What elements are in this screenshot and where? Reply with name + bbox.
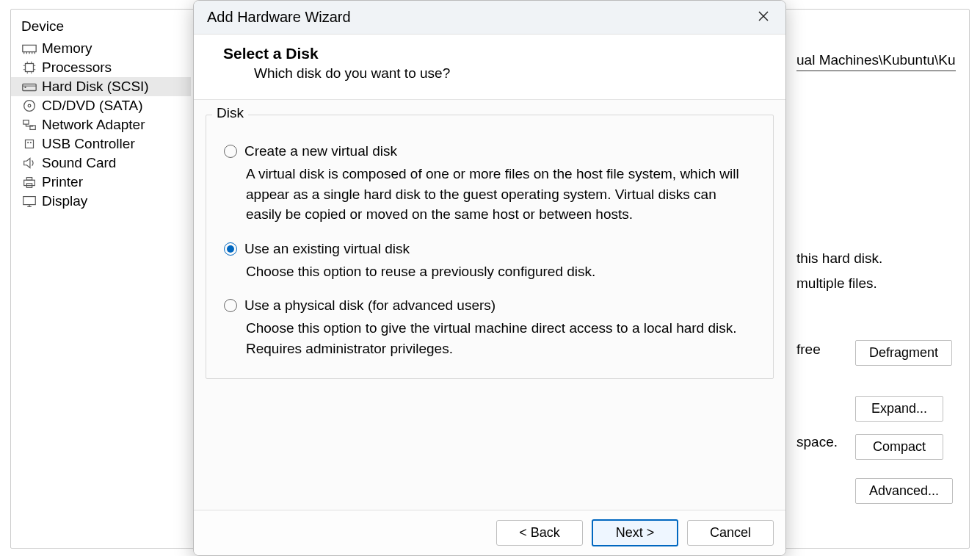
wizard-header: Select a Disk Which disk do you want to … [194,35,785,100]
device-item-label: Printer [42,174,83,190]
radio-label: Use a physical disk (for advanced users) [244,297,496,314]
monitor-icon [21,194,37,209]
svg-rect-25 [24,180,35,185]
radio-label: Create a new virtual disk [244,143,397,159]
speaker-icon [21,156,37,170]
close-icon [758,10,769,24]
disc-icon [21,98,37,113]
wizard-step-title: Select a Disk [223,45,756,62]
dialog-title: Add Hardware Wizard [207,9,351,26]
add-hardware-wizard-dialog: Add Hardware Wizard Select a Disk Which … [193,0,786,556]
radio-icon [224,145,237,158]
device-item-label: Sound Card [42,155,116,171]
device-item-cddvd[interactable]: CD/DVD (SATA) [11,96,191,115]
usb-icon [21,137,37,151]
radio-icon [224,242,237,256]
device-item-label: Processors [42,59,112,76]
radio-create-new-disk[interactable]: Create a new virtual disk [224,143,755,159]
compact-button[interactable]: Compact [855,434,943,460]
defragment-button[interactable]: Defragment [855,340,952,366]
svg-rect-0 [23,45,36,51]
radio-description: A virtual disk is composed of one or mor… [246,164,755,225]
radio-use-existing-disk[interactable]: Use an existing virtual disk [224,241,755,257]
device-item-network[interactable]: Network Adapter [11,115,191,134]
bg-text-fragment: space. [796,434,838,450]
radio-label: Use an existing virtual disk [244,241,410,257]
wizard-step-subtitle: Which disk do you want to use? [254,65,756,82]
next-button[interactable]: Next > [592,519,678,546]
disk-path-fragment: ual Machines\Kubuntu\Ku [796,52,956,71]
device-item-processors[interactable]: Processors [11,58,191,77]
bg-text-fragment: free [796,342,821,358]
expand-button[interactable]: Expand... [855,396,943,422]
device-item-label: Display [42,193,87,209]
advanced-button[interactable]: Advanced... [855,478,953,504]
radio-use-physical-disk[interactable]: Use a physical disk (for advanced users) [224,297,755,314]
device-list-panel: Device Memory Processors Hard Disk (SCSI… [11,10,191,211]
dialog-titlebar: Add Hardware Wizard [194,1,785,35]
wizard-body: Disk Create a new virtual disk A virtual… [194,100,785,510]
device-item-label: Hard Disk (SCSI) [42,79,149,95]
svg-point-18 [24,101,35,112]
device-item-display[interactable]: Display [11,192,191,211]
close-button[interactable] [749,4,778,31]
settings-right-panel: ual Machines\Kubuntu\Ku this hard disk. … [796,32,962,541]
bg-text-fragment: this hard disk. [796,250,882,267]
radio-description: Choose this option to reuse a previously… [246,261,755,282]
device-item-label: CD/DVD (SATA) [42,98,143,114]
cpu-icon [21,60,37,75]
radio-description: Choose this option to give the virtual m… [246,318,755,358]
memory-icon [21,41,37,56]
svg-rect-22 [26,140,34,148]
groupbox-legend: Disk [212,105,248,121]
device-item-hard-disk[interactable]: Hard Disk (SCSI) [11,77,191,96]
network-icon [21,118,37,132]
svg-rect-28 [23,197,36,205]
svg-point-19 [28,104,31,107]
wizard-footer: < Back Next > Cancel [194,510,785,555]
svg-rect-20 [23,120,29,125]
svg-point-16 [24,87,26,88]
device-item-memory[interactable]: Memory [11,39,191,58]
back-button[interactable]: < Back [496,520,583,546]
device-item-label: USB Controller [42,136,135,152]
svg-rect-23 [27,142,29,143]
radio-icon [224,299,237,312]
svg-rect-24 [30,142,32,143]
device-item-usb[interactable]: USB Controller [11,134,191,154]
disk-groupbox: Disk Create a new virtual disk A virtual… [206,115,774,379]
device-item-label: Network Adapter [42,117,145,133]
svg-rect-26 [26,178,32,181]
cancel-button[interactable]: Cancel [687,520,774,546]
device-item-printer[interactable]: Printer [11,173,191,192]
printer-icon [21,175,37,189]
svg-rect-6 [26,64,34,72]
device-list-header: Device [11,17,191,39]
device-item-sound[interactable]: Sound Card [11,154,191,173]
device-item-label: Memory [42,40,92,57]
bg-text-fragment: multiple files. [796,275,877,292]
hard-disk-icon [21,79,37,94]
